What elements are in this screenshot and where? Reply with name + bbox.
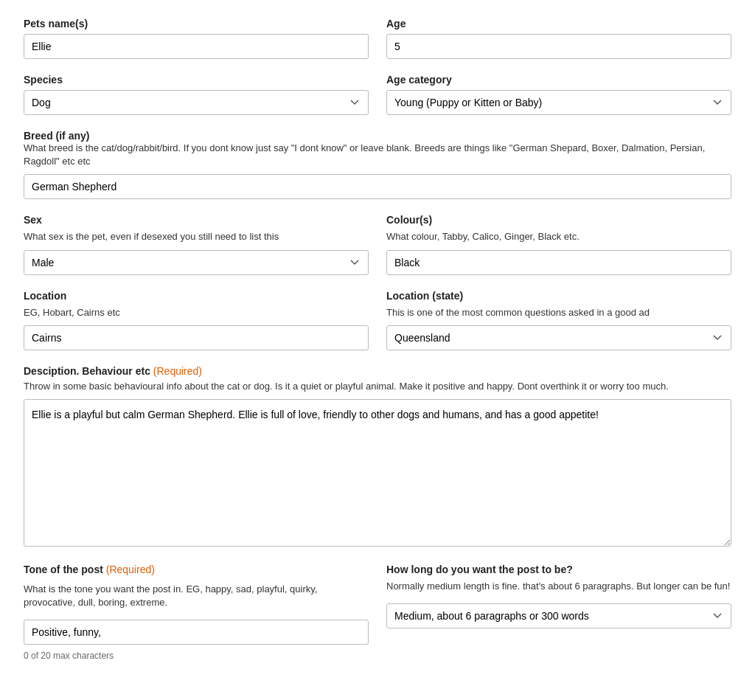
tone-length-row: Tone of the post (Required) What is the … <box>24 564 731 661</box>
breed-input[interactable] <box>24 174 731 199</box>
tone-hint: What is the tone you want the post in. E… <box>24 583 369 609</box>
sex-colours-row: Sex What sex is the pet, even if desexed… <box>24 214 731 274</box>
location-row: Location EG, Hobart, Cairns etc Location… <box>24 290 731 350</box>
post-length-col: How long do you want the post to be? Nor… <box>386 564 731 661</box>
tone-input[interactable] <box>24 620 369 645</box>
location-hint: EG, Hobart, Cairns etc <box>24 306 369 319</box>
age-label: Age <box>386 18 731 30</box>
pets-name-age-row: Pets name(s) Age <box>24 18 731 59</box>
description-hint: Throw in some basic behavioural info abo… <box>24 380 731 393</box>
post-length-label: How long do you want the post to be? <box>386 564 731 575</box>
location-col: Location EG, Hobart, Cairns etc <box>24 290 369 350</box>
location-state-select[interactable]: Queensland New South Wales Victoria Sout… <box>386 325 731 350</box>
location-input[interactable] <box>24 325 369 350</box>
colours-hint: What colour, Tabby, Calico, Ginger, Blac… <box>386 230 731 243</box>
sex-col: Sex What sex is the pet, even if desexed… <box>24 214 369 274</box>
pets-name-input[interactable] <box>24 34 369 59</box>
post-length-select[interactable]: Medium, about 6 paragraphs or 300 words … <box>386 603 731 628</box>
pets-name-label: Pets name(s) <box>24 18 369 30</box>
tone-required: (Required) <box>106 564 155 575</box>
tone-label: Tone of the post <box>24 564 103 575</box>
description-label: Desciption. Behaviour etc <box>24 365 150 377</box>
description-section: Desciption. Behaviour etc (Required) Thr… <box>24 365 731 549</box>
tone-char-counter: 0 of 20 max characters <box>24 651 369 661</box>
sex-select[interactable]: Male Female <box>24 250 369 275</box>
species-select[interactable]: Dog Cat Rabbit Bird Other <box>24 90 369 115</box>
description-textarea[interactable]: Ellie is a playful but calm German Sheph… <box>24 399 731 547</box>
breed-section: Breed (if any) What breed is the cat/dog… <box>24 130 731 199</box>
pets-name-col: Pets name(s) <box>24 18 369 59</box>
post-length-hint: Normally medium length is fine. that's a… <box>386 580 731 593</box>
colours-input[interactable] <box>386 250 731 275</box>
sex-hint: What sex is the pet, even if desexed you… <box>24 230 369 243</box>
tone-col: Tone of the post (Required) What is the … <box>24 564 369 661</box>
location-label: Location <box>24 290 369 302</box>
age-category-col: Age category Young (Puppy or Kitten or B… <box>386 74 731 115</box>
location-state-hint: This is one of the most common questions… <box>386 306 731 319</box>
location-state-col: Location (state) This is one of the most… <box>386 290 731 350</box>
species-label: Species <box>24 74 369 86</box>
description-required: (Required) <box>153 365 202 377</box>
age-input[interactable] <box>386 34 731 59</box>
colours-label: Colour(s) <box>386 214 731 226</box>
age-category-label: Age category <box>386 74 731 86</box>
breed-label: Breed (if any) <box>24 130 731 142</box>
species-age-category-row: Species Dog Cat Rabbit Bird Other Age ca… <box>24 74 731 115</box>
colours-col: Colour(s) What colour, Tabby, Calico, Gi… <box>386 214 731 274</box>
age-category-select[interactable]: Young (Puppy or Kitten or Baby) Adult Se… <box>386 90 731 115</box>
age-col: Age <box>386 18 731 59</box>
species-col: Species Dog Cat Rabbit Bird Other <box>24 74 369 115</box>
location-state-label: Location (state) <box>386 290 731 302</box>
breed-hint: What breed is the cat/dog/rabbit/bird. I… <box>24 142 731 168</box>
sex-label: Sex <box>24 214 369 226</box>
